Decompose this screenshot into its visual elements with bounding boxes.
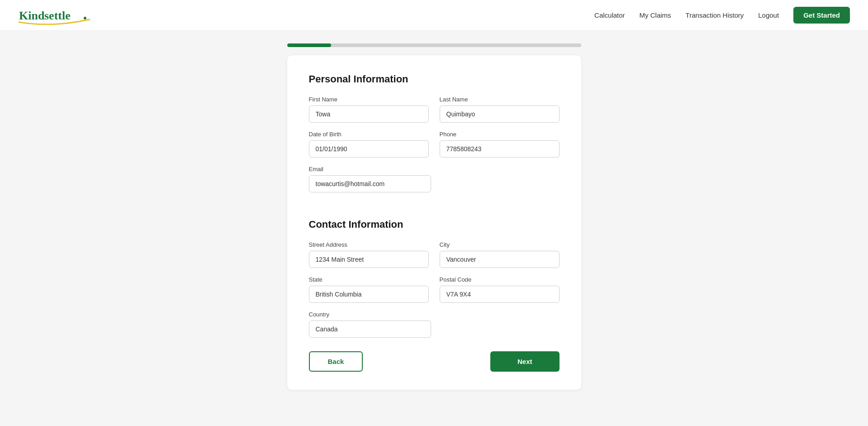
personal-section-title: Personal Information (309, 73, 560, 85)
phone-group: Phone (440, 131, 560, 158)
state-group: State (309, 276, 429, 303)
first-name-label: First Name (309, 96, 429, 103)
name-row: First Name Last Name (309, 96, 560, 123)
first-name-input[interactable] (309, 105, 429, 123)
street-input[interactable] (309, 251, 429, 268)
svg-text:settle: settle (44, 9, 71, 22)
progress-fill (287, 43, 332, 47)
phone-label: Phone (440, 131, 560, 138)
contact-section-title: Contact Information (309, 219, 560, 230)
header: Kind settle Calculator My Claims Transac… (0, 0, 868, 31)
get-started-button[interactable]: Get Started (793, 7, 850, 24)
email-row: Email (309, 166, 560, 192)
email-group: Email (309, 166, 560, 192)
country-row: Country (309, 311, 560, 338)
first-name-group: First Name (309, 96, 429, 123)
progress-track (287, 43, 581, 47)
state-postal-row: State Postal Code (309, 276, 560, 303)
postal-label: Postal Code (440, 276, 560, 283)
last-name-group: Last Name (440, 96, 560, 123)
dob-group: Date of Birth (309, 131, 429, 158)
back-button[interactable]: Back (309, 351, 363, 372)
next-button[interactable]: Next (490, 351, 560, 372)
nav-transaction-history[interactable]: Transaction History (686, 11, 744, 19)
last-name-input[interactable] (440, 105, 560, 123)
logo-svg: Kind settle (18, 6, 90, 25)
country-label: Country (309, 311, 560, 318)
postal-input[interactable] (440, 286, 560, 303)
nav-my-claims[interactable]: My Claims (640, 11, 671, 19)
last-name-label: Last Name (440, 96, 560, 103)
city-group: City (440, 241, 560, 268)
country-group: Country (309, 311, 560, 338)
street-city-row: Street Address City (309, 241, 560, 268)
email-input[interactable] (309, 175, 431, 192)
city-input[interactable] (440, 251, 560, 268)
phone-input[interactable] (440, 140, 560, 158)
svg-text:Kind: Kind (19, 9, 45, 22)
dob-phone-row: Date of Birth Phone (309, 131, 560, 158)
state-label: State (309, 276, 429, 283)
button-row: Back Next (309, 351, 560, 372)
nav-logout[interactable]: Logout (758, 11, 779, 19)
nav-calculator[interactable]: Calculator (594, 11, 625, 19)
email-label: Email (309, 166, 560, 172)
city-label: City (440, 241, 560, 248)
state-input[interactable] (309, 286, 429, 303)
logo: Kind settle (18, 6, 90, 25)
street-label: Street Address (309, 241, 429, 248)
street-group: Street Address (309, 241, 429, 268)
dob-input[interactable] (309, 140, 429, 158)
postal-group: Postal Code (440, 276, 560, 303)
dob-label: Date of Birth (309, 131, 429, 138)
svg-point-2 (84, 17, 86, 19)
form-card: Personal Information First Name Last Nam… (287, 55, 581, 390)
main-nav: Calculator My Claims Transaction History… (594, 7, 850, 24)
progress-bar-container (287, 43, 581, 47)
country-input[interactable] (309, 321, 431, 338)
